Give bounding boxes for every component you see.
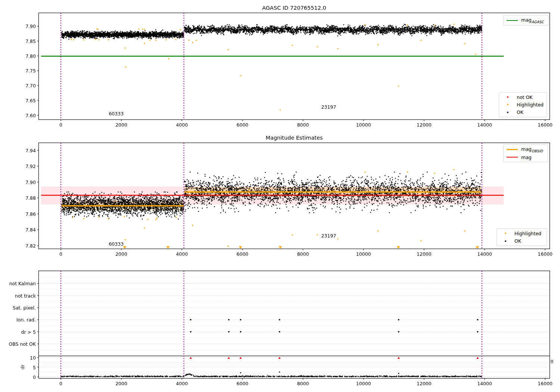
- plot-canvas: [0, 0, 560, 392]
- matplotlib-figure: 0200040006000800010000120001400016000020…: [0, 0, 560, 392]
